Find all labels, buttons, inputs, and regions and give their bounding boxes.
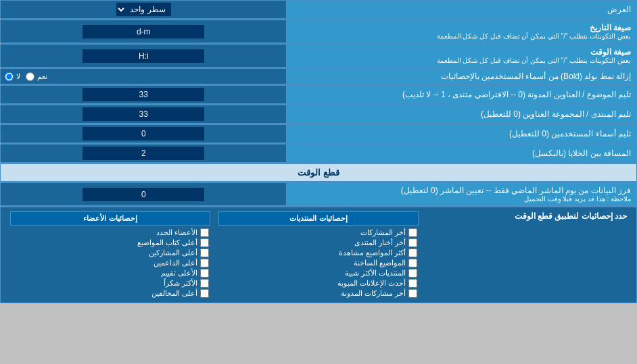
stat-top-violations: أعلى المخالفين <box>10 288 210 298</box>
bold-yes-label: نعم <box>26 72 47 81</box>
cutoff-days-cell <box>1 183 287 206</box>
trim-users-label: تليم أسماء المستخدمين (0 للتعطيل) <box>287 125 637 143</box>
trim-users-cell <box>1 125 287 143</box>
stat-new-members: الأعضاء الجدد <box>10 228 210 238</box>
cutoff-title: قطع الوقت <box>1 164 637 182</box>
bold-no-radio[interactable] <box>5 72 14 81</box>
line-select-cell: سطر واحد سطران ثلاثة أسطر <box>1 1 287 19</box>
stat-classifieds-cb[interactable] <box>408 279 417 288</box>
stat-top-participators-cb[interactable] <box>200 249 209 257</box>
trim-forum-label: تليم المنتدى / المجموعة العناوين (0 للتع… <box>287 105 637 124</box>
stat-classifieds: أحدث الإعلانات المبوبة <box>218 278 419 288</box>
bold-remove-label: إزالة نمط بولد (Bold) من أسماء المستخدمي… <box>287 69 637 84</box>
stat-top-donors-cb[interactable] <box>200 259 209 267</box>
stat-top-rated-cb[interactable] <box>200 269 209 278</box>
bold-no-label: لا <box>5 72 20 81</box>
stat-hot-topics: المواضيع الساخنة <box>218 258 419 268</box>
time-format-cell <box>1 45 287 68</box>
time-format-input[interactable] <box>82 49 204 63</box>
trim-subjects-label: تليم الموضوع / العناوين المدونة (0 -- ال… <box>287 86 637 104</box>
stat-top-participators: أعلى المشاركين <box>10 248 210 258</box>
stat-hot-topics-cb[interactable] <box>408 259 417 267</box>
date-format-label: صيغة التاريخ بعض التكوينات يتطلب "/" الت… <box>287 20 637 43</box>
stat-last-posts-cb[interactable] <box>408 228 417 237</box>
stat-top-writers-cb[interactable] <box>200 238 209 247</box>
stat-blog-posts: أخر مشاركات المدونة <box>218 288 419 298</box>
cutoff-days-label: فرز البيانات من يوم الماشر الماضي فقط --… <box>287 183 637 206</box>
stat-top-donors: أعلى الداعمين <box>10 258 210 268</box>
trim-users-input[interactable] <box>82 127 204 140</box>
display-label: العرض <box>287 1 637 19</box>
stats-apply-label: حدد إحصائيات لتطبيق قطع الوقت <box>423 210 631 300</box>
trim-subjects-cell <box>1 86 287 104</box>
stat-forum-news-cb[interactable] <box>408 238 417 247</box>
trim-subjects-input[interactable] <box>82 88 204 101</box>
bold-remove-cell: نعم لا <box>1 69 287 84</box>
stat-most-thanks: الأكثر شكراً <box>10 278 210 288</box>
stat-most-like: المنتديات الأكثر شبية <box>218 268 419 278</box>
date-format-input[interactable] <box>82 25 204 38</box>
cell-spacing-input[interactable] <box>82 147 204 160</box>
stat-last-posts: أخر المشاركات <box>218 228 419 238</box>
stat-forum-news: أخر أخبار المنتدى <box>218 238 419 248</box>
stats-participations-col: إحصائيات المنتديات أخر المشاركات أخر أخب… <box>214 210 423 300</box>
stat-top-rated: الأعلى تقييم <box>10 268 210 278</box>
cutoff-days-input[interactable] <box>82 188 204 201</box>
stat-most-thanks-cb[interactable] <box>200 279 209 288</box>
time-format-label: صيغة الوقت بعض التكوينات يتطلب "/" التي … <box>287 45 637 68</box>
stat-top-violations-cb[interactable] <box>200 289 209 298</box>
line-select[interactable]: سطر واحد سطران ثلاثة أسطر <box>116 3 171 16</box>
trim-forum-input[interactable] <box>82 107 204 121</box>
stat-most-viewed: أكثر المواضيع مشاهدة <box>218 248 419 258</box>
stats-participations-header: إحصائيات المنتديات <box>218 211 419 226</box>
stats-members-header: إحصائيات الأعضاء <box>10 211 210 226</box>
stat-most-viewed-cb[interactable] <box>408 249 417 257</box>
date-format-cell <box>1 20 287 43</box>
cell-spacing-cell <box>1 145 287 163</box>
stat-most-like-cb[interactable] <box>408 269 417 278</box>
cell-spacing-label: المسافة بين الخلايا (بالبكسل) <box>287 145 637 163</box>
stat-top-writers: أعلى كتاب المواضيع <box>10 238 210 248</box>
stat-blog-posts-cb[interactable] <box>408 289 417 298</box>
stats-section: حدد إحصائيات لتطبيق قطع الوقت إحصائيات ا… <box>1 207 637 303</box>
stats-members-col: إحصائيات الأعضاء الأعضاء الجدد أعلى كتاب… <box>6 210 214 300</box>
bold-yes-radio[interactable] <box>26 72 34 81</box>
stat-new-members-cb[interactable] <box>200 228 209 237</box>
trim-forum-cell <box>1 105 287 124</box>
